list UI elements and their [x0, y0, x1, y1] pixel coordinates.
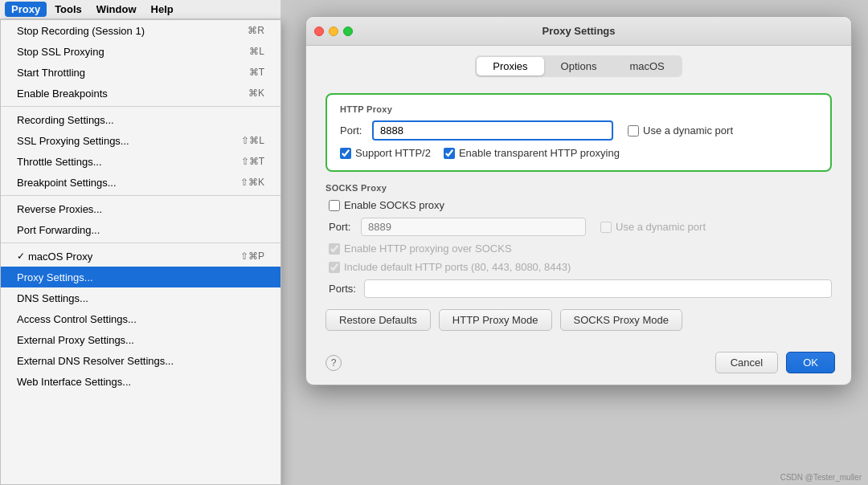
enable-socks-label: Enable SOCKS proxy: [344, 199, 444, 211]
dialog-footer: ? Cancel OK: [306, 344, 851, 385]
socks-dynamic-port-checkbox[interactable]: [600, 222, 612, 233]
maximize-button[interactable]: [343, 26, 353, 36]
menu-item-access-control[interactable]: Access Control Settings...: [1, 308, 280, 329]
socks-port-label: Port:: [329, 221, 353, 233]
menu-item-start-throttling[interactable]: Start Throttling ⌘T: [1, 62, 280, 83]
menu-item-reverse-proxies[interactable]: Reverse Proxies...: [1, 198, 280, 219]
menu-item-throttle-settings[interactable]: Throttle Settings... ⇧⌘T: [1, 151, 280, 172]
http-options-row: Support HTTP/2 Enable transparent HTTP p…: [340, 147, 817, 159]
close-button[interactable]: [314, 26, 324, 36]
http-over-socks-label: Enable HTTP proxying over SOCKS: [344, 243, 512, 255]
tab-proxies[interactable]: Proxies: [477, 57, 543, 75]
help-button[interactable]: ?: [326, 355, 342, 371]
http-over-socks-row: Enable HTTP proxying over SOCKS: [329, 243, 832, 255]
socks-dynamic-port-label: Use a dynamic port: [616, 221, 706, 233]
menu-item-port-forwarding[interactable]: Port Forwarding...: [1, 219, 280, 240]
menu-item-external-proxy[interactable]: External Proxy Settings...: [1, 329, 280, 350]
transparent-checkbox[interactable]: [444, 148, 455, 159]
ports-row: Ports:: [329, 279, 832, 298]
separator-3: [1, 243, 280, 243]
menu-item-ssl-settings[interactable]: SSL Proxying Settings... ⇧⌘L: [1, 130, 280, 151]
support-http2-item: Support HTTP/2: [340, 147, 431, 159]
http-port-row: Port: Use a dynamic port: [340, 120, 817, 141]
enable-socks-row: Enable SOCKS proxy: [329, 199, 832, 211]
menu-item-dns-settings[interactable]: DNS Settings...: [1, 287, 280, 308]
socks-proxy-mode-button[interactable]: SOCKS Proxy Mode: [560, 309, 683, 331]
menu-item-proxy-settings[interactable]: Proxy Settings...: [1, 267, 280, 287]
menu-tools[interactable]: Tools: [48, 2, 88, 17]
default-ports-checkbox[interactable]: [329, 262, 340, 273]
default-ports-row: Include default HTTP ports (80, 443, 808…: [329, 261, 832, 273]
menu-item-external-dns[interactable]: External DNS Resolver Settings...: [1, 350, 280, 371]
transparent-label: Enable transparent HTTP proxying: [459, 147, 620, 159]
dialog-content: HTTP Proxy Port: Use a dynamic port Supp…: [306, 84, 851, 344]
http-proxy-section: HTTP Proxy Port: Use a dynamic port Supp…: [326, 93, 832, 172]
tab-options[interactable]: Options: [545, 57, 613, 75]
dropdown-menu: Stop Recording (Session 1) ⌘R Stop SSL P…: [0, 19, 281, 485]
ok-button[interactable]: OK: [786, 352, 835, 373]
http-over-socks-checkbox[interactable]: [329, 243, 340, 255]
menu-bar: Proxy Tools Window Help Stop Recording (…: [0, 0, 281, 485]
menu-bar-top: Proxy Tools Window Help: [0, 0, 280, 19]
traffic-lights: [314, 26, 353, 36]
menu-item-stop-recording[interactable]: Stop Recording (Session 1) ⌘R: [1, 20, 280, 41]
menu-proxy[interactable]: Proxy: [5, 2, 47, 17]
socks-port-input[interactable]: [361, 218, 586, 236]
watermark: CSDN @Tester_muller: [780, 473, 862, 482]
restore-defaults-button[interactable]: Restore Defaults: [326, 309, 431, 331]
menu-item-macos-proxy[interactable]: ✓ macOS Proxy ⇧⌘P: [1, 246, 280, 267]
port-label: Port:: [340, 124, 364, 137]
menu-item-breakpoint-settings[interactable]: Breakpoint Settings... ⇧⌘K: [1, 172, 280, 193]
socks-proxy-section: SOCKS Proxy Enable SOCKS proxy Port: Use…: [326, 183, 832, 298]
dialog-title: Proxy Settings: [542, 25, 615, 37]
menu-item-recording-settings[interactable]: Recording Settings...: [1, 109, 280, 130]
separator-1: [1, 106, 280, 107]
http-proxy-label: HTTP Proxy: [340, 104, 817, 114]
support-http2-checkbox[interactable]: [340, 148, 351, 159]
dynamic-port-checkbox[interactable]: [628, 125, 639, 137]
check-icon: ✓: [17, 251, 25, 262]
menu-item-enable-breakpoints[interactable]: Enable Breakpoints ⌘K: [1, 83, 280, 104]
dynamic-port-label: Use a dynamic port: [643, 124, 733, 137]
separator-2: [1, 195, 280, 196]
cancel-button[interactable]: Cancel: [715, 352, 778, 373]
ports-input[interactable]: [364, 279, 832, 298]
http-port-input[interactable]: [372, 120, 613, 141]
http-proxy-mode-button[interactable]: HTTP Proxy Mode: [439, 309, 552, 331]
menu-item-web-interface[interactable]: Web Interface Settings...: [1, 371, 280, 392]
dialog-titlebar: Proxy Settings: [306, 17, 851, 46]
default-ports-label: Include default HTTP ports (80, 443, 808…: [344, 261, 571, 273]
menu-help[interactable]: Help: [145, 2, 180, 17]
socks-proxy-label: SOCKS Proxy: [326, 183, 832, 193]
proxy-settings-dialog: Proxy Settings Proxies Options macOS HTT…: [305, 16, 852, 385]
support-http2-label: Support HTTP/2: [355, 147, 431, 159]
minimize-button[interactable]: [329, 26, 338, 36]
ports-label: Ports:: [329, 283, 356, 295]
menu-window[interactable]: Window: [90, 2, 143, 17]
tabs-bar: Proxies Options macOS: [306, 46, 851, 84]
socks-port-row: Port: Use a dynamic port: [329, 218, 832, 236]
transparent-proxying-item: Enable transparent HTTP proxying: [444, 147, 620, 159]
enable-socks-checkbox[interactable]: [329, 200, 340, 211]
menu-item-stop-ssl[interactable]: Stop SSL Proxying ⌘L: [1, 41, 280, 62]
tab-macos[interactable]: macOS: [613, 57, 680, 75]
tabs-container: Proxies Options macOS: [475, 55, 682, 77]
mode-buttons: Restore Defaults HTTP Proxy Mode SOCKS P…: [326, 309, 832, 331]
